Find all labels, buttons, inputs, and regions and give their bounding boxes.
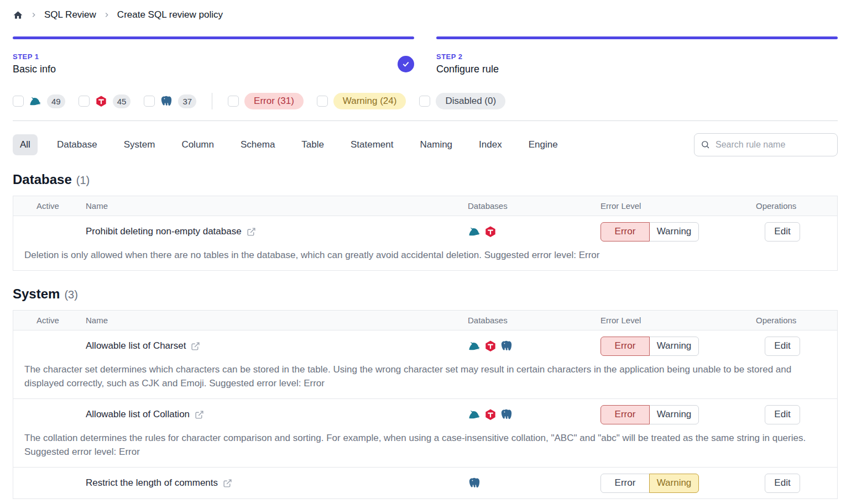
column-header-name: Name bbox=[80, 316, 467, 325]
error-level-selector: Error Warning bbox=[600, 405, 699, 424]
rule-name: Allowable list of Collation bbox=[86, 409, 190, 420]
column-header-operations: Operations bbox=[756, 201, 837, 211]
engine-filter-postgres[interactable]: 37 bbox=[144, 95, 196, 108]
tab-schema[interactable]: Schema bbox=[233, 134, 282, 155]
tab-engine[interactable]: Engine bbox=[521, 134, 565, 155]
tab-system[interactable]: System bbox=[117, 134, 163, 155]
checkbox[interactable] bbox=[228, 96, 239, 107]
rule-sections: Database (1) ActiveNameDatabasesError Le… bbox=[13, 172, 838, 499]
rule-name: Prohibit deleting non-empty database bbox=[86, 226, 242, 237]
warning-level-button[interactable]: Warning bbox=[649, 405, 699, 424]
postgres-icon bbox=[468, 477, 481, 489]
rule-engines bbox=[467, 408, 600, 421]
table-header-row: ActiveNameDatabasesError LevelOperations bbox=[13, 311, 837, 330]
error-level-button[interactable]: Error bbox=[600, 337, 650, 356]
edit-button[interactable]: Edit bbox=[765, 474, 800, 493]
step-1-label: STEP 1 bbox=[13, 53, 414, 61]
edit-button[interactable]: Edit bbox=[765, 222, 800, 242]
search-input[interactable] bbox=[694, 133, 838, 156]
rule-name: Allowable list of Charset bbox=[86, 340, 186, 351]
rule-table: ActiveNameDatabasesError LevelOperations… bbox=[13, 310, 838, 499]
category-tab-bar: All Database System Column Schema Table … bbox=[13, 133, 838, 156]
checkbox[interactable] bbox=[13, 96, 24, 107]
section-title: System bbox=[13, 286, 60, 302]
tab-column[interactable]: Column bbox=[174, 134, 221, 155]
postgres-icon bbox=[500, 408, 513, 421]
edit-button[interactable]: Edit bbox=[765, 405, 800, 424]
mysql-icon bbox=[29, 95, 41, 107]
tab-database[interactable]: Database bbox=[50, 134, 105, 155]
level-filter-warning[interactable]: Warning (24) bbox=[317, 93, 406, 109]
warning-level-button[interactable]: Warning bbox=[649, 337, 699, 356]
breadcrumb-sql-review[interactable]: SQL Review bbox=[44, 9, 96, 20]
tidb-icon bbox=[484, 225, 497, 238]
rule-engines bbox=[467, 340, 600, 352]
search-icon bbox=[701, 140, 710, 149]
error-level-button[interactable]: Error bbox=[600, 222, 650, 242]
step-completed-icon bbox=[398, 56, 414, 72]
step-indicator: STEP 1 Basic info STEP 2 Configure rule bbox=[13, 36, 838, 75]
column-header-databases: Databases bbox=[467, 201, 600, 211]
checkbox[interactable] bbox=[79, 96, 90, 107]
rule-engines bbox=[467, 477, 600, 489]
divider bbox=[13, 120, 838, 121]
rule-name: Restrict the length of comments bbox=[86, 477, 218, 489]
external-link-icon[interactable] bbox=[223, 479, 232, 488]
step-2-label: STEP 2 bbox=[436, 53, 838, 61]
table-row: Allowable list of Charset Error Warning … bbox=[13, 330, 837, 399]
error-level-button[interactable]: Error bbox=[600, 405, 650, 424]
breadcrumb: SQL Review Create SQL review policy bbox=[13, 7, 838, 23]
engine-filters: 49 45 37 bbox=[13, 95, 196, 108]
checkbox[interactable] bbox=[144, 96, 155, 107]
table-row: Prohibit deleting non-empty database Err… bbox=[13, 216, 837, 270]
tab-naming[interactable]: Naming bbox=[412, 134, 459, 155]
rule-engines bbox=[467, 225, 600, 238]
engine-filter-mysql[interactable]: 49 bbox=[13, 95, 65, 108]
step-2-title: Configure rule bbox=[436, 64, 838, 75]
rule-description: The character set determines which chara… bbox=[13, 361, 837, 398]
rule-description: The collation determines the rules for c… bbox=[13, 430, 837, 467]
level-filter-error[interactable]: Error (31) bbox=[228, 93, 304, 109]
step-1: STEP 1 Basic info bbox=[13, 36, 414, 75]
checkbox[interactable] bbox=[317, 96, 328, 107]
mysql-icon bbox=[468, 408, 481, 421]
warning-level-button[interactable]: Warning bbox=[649, 222, 699, 242]
tidb-icon bbox=[95, 95, 107, 107]
error-level-button[interactable]: Error bbox=[600, 474, 650, 493]
breadcrumb-create-policy: Create SQL review policy bbox=[117, 9, 223, 20]
external-link-icon[interactable] bbox=[195, 410, 204, 419]
mysql-icon bbox=[468, 340, 481, 352]
tab-all[interactable]: All bbox=[13, 134, 38, 155]
filter-row: 49 45 37 Error (31) Warning (24) Disable… bbox=[13, 93, 838, 109]
table-row: Restrict the length of comments Error Wa… bbox=[13, 468, 837, 498]
level-pill: Disabled (0) bbox=[436, 93, 505, 109]
tab-index[interactable]: Index bbox=[472, 134, 509, 155]
column-header-operations: Operations bbox=[756, 316, 837, 325]
external-link-icon[interactable] bbox=[247, 227, 256, 237]
tab-statement[interactable]: Statement bbox=[343, 134, 401, 155]
engine-filter-tidb[interactable]: 45 bbox=[79, 95, 131, 108]
level-filters: Error (31) Warning (24) Disabled (0) bbox=[228, 93, 505, 109]
checkbox[interactable] bbox=[419, 96, 430, 107]
section-database: Database (1) ActiveNameDatabasesError Le… bbox=[13, 172, 838, 271]
section-system: System (3) ActiveNameDatabasesError Leve… bbox=[13, 286, 838, 499]
external-link-icon[interactable] bbox=[191, 342, 200, 351]
rule-table: ActiveNameDatabasesError LevelOperations… bbox=[13, 196, 838, 271]
rule-description: Deletion is only allowed when there are … bbox=[13, 247, 837, 270]
level-pill: Warning (24) bbox=[333, 93, 406, 109]
table-header-row: ActiveNameDatabasesError LevelOperations bbox=[13, 196, 837, 216]
tidb-icon bbox=[484, 408, 497, 421]
home-icon[interactable] bbox=[13, 10, 23, 20]
column-header-databases: Databases bbox=[467, 316, 600, 325]
filter-divider bbox=[212, 93, 212, 109]
column-header-active: Active bbox=[13, 316, 80, 325]
section-count: (3) bbox=[64, 288, 77, 301]
engine-count-badge: 45 bbox=[113, 95, 131, 108]
engine-count-badge: 49 bbox=[47, 95, 65, 108]
warning-level-button[interactable]: Warning bbox=[649, 474, 699, 493]
tab-table[interactable]: Table bbox=[294, 134, 331, 155]
step-1-title: Basic info bbox=[13, 64, 414, 75]
edit-button[interactable]: Edit bbox=[765, 337, 800, 356]
level-filter-disabled[interactable]: Disabled (0) bbox=[419, 93, 505, 109]
create-sql-review-policy-page: SQL Review Create SQL review policy STEP… bbox=[0, 0, 846, 499]
